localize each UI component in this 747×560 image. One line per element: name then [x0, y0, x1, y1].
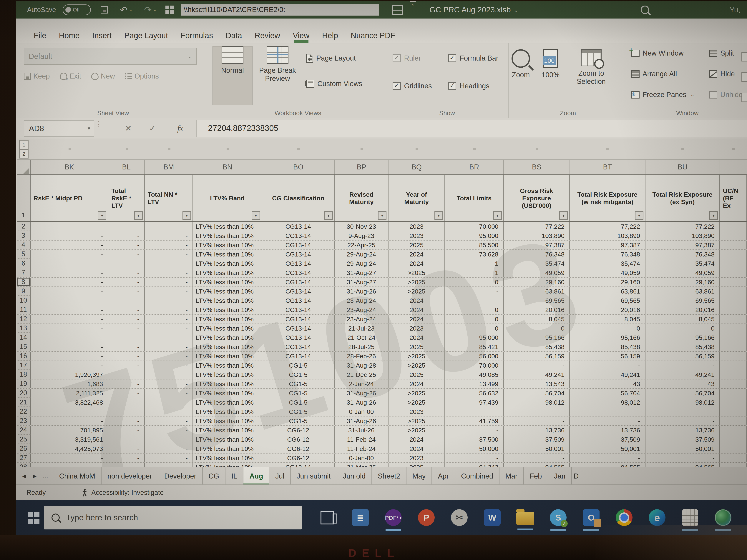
cell-cut-11[interactable] — [720, 305, 747, 314]
cell-BU-10[interactable]: 69,565 — [645, 296, 720, 305]
column-letter-BQ[interactable]: BQ — [388, 160, 445, 175]
row-header-12[interactable]: 12 — [17, 315, 31, 323]
cell-cut-10[interactable] — [720, 296, 747, 305]
undo-icon[interactable]: ↶⌄ — [120, 1, 132, 19]
row-header-16[interactable]: 16 — [17, 352, 31, 361]
column-header-BL[interactable]: Total RskE * LTV — [108, 175, 145, 221]
formula-input[interactable]: 27204.8872338305 — [196, 119, 747, 137]
cell-BQ-24[interactable]: >2025 — [388, 426, 445, 435]
cell-BQ-25[interactable]: 2024 — [388, 435, 445, 444]
cell-BL-22[interactable]: - — [108, 407, 145, 416]
cell-cut-3[interactable] — [720, 231, 747, 240]
cell-BO-7[interactable]: CG13-14 — [262, 268, 335, 277]
column-header-BQ[interactable]: Year of Maturity — [388, 175, 445, 221]
cell-BT-10[interactable]: 69,565 — [570, 296, 645, 305]
start-button[interactable] — [16, 512, 44, 523]
cell-BO-28[interactable]: CG13-14 — [262, 463, 335, 467]
new-button[interactable]: New — [91, 72, 115, 80]
cell-BM-8[interactable]: - — [145, 277, 193, 287]
cell-BM-22[interactable]: - — [145, 407, 193, 416]
cell-cut-9[interactable] — [720, 287, 747, 296]
outline-level-2-button[interactable]: 2 — [19, 149, 28, 159]
path-dropdown-chevron[interactable]: ⌄ — [375, 7, 380, 12]
split-button[interactable]: Split — [709, 49, 734, 57]
headings-checkbox[interactable]: Headings — [448, 82, 489, 90]
cell-BR-26[interactable]: 50,000 — [445, 444, 504, 453]
cell-BT-3[interactable]: 103,890 — [570, 231, 645, 240]
cell-BS-5[interactable]: 76,348 — [504, 250, 570, 259]
cell-cut-27[interactable] — [720, 454, 747, 462]
tab-view[interactable]: View — [286, 31, 316, 40]
row-header-9[interactable]: 9 — [17, 287, 31, 296]
cell-BR-7[interactable]: 1 — [445, 268, 504, 277]
sheet-tab-feb[interactable]: Feb — [524, 467, 548, 485]
cell-BO-23[interactable]: CG1-5 — [262, 417, 335, 425]
cell-BM-23[interactable]: - — [145, 417, 193, 425]
cell-BS-15[interactable]: 85,438 — [504, 342, 570, 351]
cell-BN-3[interactable]: LTV% less than 10% — [193, 231, 262, 240]
filter-dropdown-icon[interactable] — [635, 211, 643, 220]
freeze-panes-button[interactable]: Freeze Panes⌄ — [632, 91, 694, 99]
cell-BO-4[interactable]: CG13-14 — [262, 241, 335, 249]
cell-BP-23[interactable]: 31-Aug-26 — [335, 417, 388, 425]
cell-BT-22[interactable]: - — [570, 407, 645, 416]
zoom-button[interactable]: Zoom — [512, 49, 530, 79]
column-header-BT[interactable]: Total Risk Exposure (w risk mitigants) — [570, 175, 645, 221]
cell-BO-19[interactable]: CG1-5 — [262, 379, 335, 388]
cell-BQ-12[interactable]: 2024 — [388, 315, 445, 323]
gridlines-checkbox[interactable]: Gridlines — [393, 82, 432, 90]
cell-BR-25[interactable]: 37,500 — [445, 435, 504, 444]
cell-BU-18[interactable]: 49,241 — [645, 370, 720, 379]
cell-BM-13[interactable]: - — [145, 324, 193, 333]
row-header-10[interactable]: 10 — [17, 296, 31, 305]
cell-BL-20[interactable]: - — [108, 389, 145, 398]
column-header-BN[interactable]: LTV% Band — [193, 175, 262, 221]
cell-BM-18[interactable]: - — [145, 370, 193, 379]
cell-BM-26[interactable]: - — [145, 444, 193, 453]
cell-BM-19[interactable]: - — [145, 379, 193, 388]
cell-BL-7[interactable]: - — [108, 268, 145, 277]
cell-cut-8[interactable] — [720, 277, 747, 287]
sheet-tab-jun-old[interactable]: Jun old — [337, 467, 372, 485]
cell-BO-13[interactable]: CG13-14 — [262, 324, 335, 333]
row-header-4[interactable]: 4 — [17, 241, 31, 249]
cell-BL-3[interactable]: - — [108, 231, 145, 240]
cell-BK-15[interactable]: - — [31, 342, 108, 351]
cell-BN-6[interactable]: LTV% less than 10% — [193, 259, 262, 268]
cell-BP-27[interactable]: 0-Jan-00 — [335, 454, 388, 462]
cell-BQ-13[interactable]: 2023 — [388, 324, 445, 333]
cell-BP-12[interactable]: 23-Aug-24 — [335, 315, 388, 323]
cell-BO-22[interactable]: CG1-5 — [262, 407, 335, 416]
cell-BP-11[interactable]: 23-Aug-24 — [335, 305, 388, 314]
cell-cut-22[interactable] — [720, 407, 747, 416]
cell-BT-19[interactable]: 43 — [570, 379, 645, 388]
cell-BN-14[interactable]: LTV% less than 10% — [193, 333, 262, 342]
sheet-tab-jan[interactable]: Jan — [548, 467, 572, 485]
sheet-nav-right-icon[interactable]: ► — [32, 473, 38, 480]
filter-dropdown-icon[interactable] — [559, 211, 568, 220]
cell-BT-27[interactable]: - — [570, 454, 645, 462]
cell-BS-27[interactable]: - — [504, 454, 570, 462]
cell-BM-3[interactable]: - — [145, 231, 193, 240]
cell-BK-23[interactable]: - — [31, 417, 108, 425]
tab-file[interactable]: File — [27, 31, 53, 40]
cell-BK-24[interactable]: 701,895 — [31, 426, 108, 435]
cell-BK-5[interactable]: - — [31, 250, 108, 259]
tab-help[interactable]: Help — [316, 31, 344, 40]
cell-BU-22[interactable]: - — [645, 407, 720, 416]
cell-BP-15[interactable]: 28-Jul-25 — [335, 342, 388, 351]
cell-BT-9[interactable]: 63,861 — [570, 287, 645, 296]
word-icon[interactable] — [476, 509, 509, 526]
cell-BN-17[interactable]: LTV% less than 10% — [193, 361, 262, 370]
cell-BS-26[interactable]: 50,001 — [504, 444, 570, 453]
filter-dropdown-icon[interactable] — [182, 211, 191, 220]
edge-icon[interactable] — [641, 509, 674, 526]
cell-BL-13[interactable]: - — [108, 324, 145, 333]
cell-BQ-2[interactable]: 2023 — [388, 222, 445, 231]
column-letter-BT[interactable]: BT — [570, 160, 645, 175]
skype-icon[interactable]: ✓ — [542, 509, 575, 526]
cell-BU-27[interactable]: - — [645, 454, 720, 462]
cell-BP-21[interactable]: 31-Aug-26 — [335, 398, 388, 407]
cell-BT-21[interactable]: 98,012 — [570, 398, 645, 407]
row-header-27[interactable]: 27 — [17, 454, 31, 462]
